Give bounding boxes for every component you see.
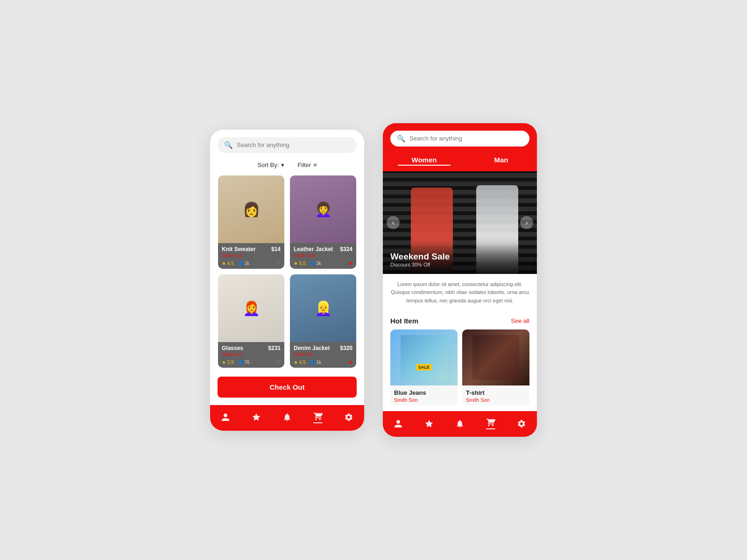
banner-prev-button[interactable]: ‹ bbox=[387, 216, 400, 229]
right-search-wrap[interactable]: 🔍 bbox=[390, 131, 529, 147]
hot-item-image-1: SALE bbox=[390, 329, 458, 385]
tshirt-visual bbox=[472, 335, 520, 380]
product-image-4: 👱‍♀️ bbox=[290, 274, 356, 342]
nav-user-right[interactable] bbox=[394, 419, 403, 428]
nav-gear-right[interactable] bbox=[517, 419, 526, 428]
product-name-price-4: Denim Jacket $320 bbox=[294, 345, 352, 351]
favorite-4[interactable]: ♥ bbox=[349, 359, 352, 366]
nav-bell-right[interactable] bbox=[455, 419, 465, 428]
rating-3: ★ 3.9 bbox=[222, 360, 234, 365]
right-bottom-nav bbox=[383, 411, 537, 437]
nav-cart-right[interactable] bbox=[486, 418, 495, 429]
banner: Weekend Sale Discount 30% Off ‹ › bbox=[383, 171, 537, 274]
favorite-3[interactable]: ♡ bbox=[275, 359, 281, 366]
rating-1: ★ 4.5 bbox=[222, 261, 234, 266]
product-info-3: Glasses $231 Jshim Ltd. ★ 3.9 👤 76 ♡ bbox=[218, 342, 284, 368]
left-phone: 🔍 Sort By: ▾ Filter ≡ 👩 Knit Sweater $14… bbox=[210, 130, 364, 431]
nav-star-left[interactable] bbox=[252, 413, 261, 422]
product-card-3[interactable]: 👩‍🦰 Glasses $231 Jshim Ltd. ★ 3.9 👤 76 ♡ bbox=[218, 274, 284, 368]
users-3: 👤 76 bbox=[238, 360, 250, 365]
nav-gear-left[interactable] bbox=[344, 413, 353, 422]
product-meta-2: ★ 5.0 👤 3k ♥ bbox=[294, 260, 352, 267]
search-icon-right: 🔍 bbox=[397, 134, 406, 143]
users-1: 👤 1k bbox=[238, 261, 249, 266]
product-card-4[interactable]: 👱‍♀️ Denim Jacket $320 Smith 44 ★ 4.5 👤 … bbox=[290, 274, 356, 368]
hot-item-image-2 bbox=[462, 329, 529, 385]
hot-item-1[interactable]: SALE Blue Jeans Smith Son bbox=[390, 329, 458, 406]
product-name-1: Knit Sweater bbox=[222, 246, 256, 252]
filter-label: Filter bbox=[297, 161, 311, 168]
product-name-price-3: Glasses $231 bbox=[222, 345, 281, 351]
left-bottom-nav bbox=[210, 405, 364, 431]
hot-item-info-1: Blue Jeans Smith Son bbox=[390, 385, 458, 406]
product-image-1: 👩 bbox=[218, 175, 284, 243]
right-search-input[interactable] bbox=[409, 135, 523, 142]
product-info-2: Leather Jacket $324 Smith Son ★ 5.0 👤 3k… bbox=[290, 243, 356, 269]
nav-user-left[interactable] bbox=[221, 413, 230, 422]
hot-items-header: Hot Item See all bbox=[390, 317, 529, 325]
right-search-bar: 🔍 bbox=[383, 123, 537, 151]
hot-item-name-2: T-shirt bbox=[466, 389, 526, 396]
nav-bell-left[interactable] bbox=[282, 413, 292, 422]
product-price-4: $320 bbox=[340, 345, 352, 351]
hot-items-grid: SALE Blue Jeans Smith Son T-shirt Smith … bbox=[390, 329, 529, 406]
users-4: 👤 1k bbox=[310, 360, 321, 365]
checkout-wrap: Check Out bbox=[210, 370, 364, 405]
banner-subtitle: Discount 30% Off bbox=[390, 262, 529, 267]
product-name-price-2: Leather Jacket $324 bbox=[294, 246, 352, 252]
product-meta-4: ★ 4.5 👤 1k ♥ bbox=[294, 359, 352, 366]
product-name-3: Glasses bbox=[222, 345, 243, 351]
tabs-bar: Women Man bbox=[383, 151, 537, 171]
nav-cart-left[interactable] bbox=[313, 412, 323, 423]
favorite-2[interactable]: ♥ bbox=[349, 260, 352, 267]
hot-items-title: Hot Item bbox=[390, 317, 418, 325]
hot-item-brand-1: Smith Son bbox=[394, 397, 454, 403]
product-brand-3: Jshim Ltd. bbox=[222, 352, 281, 357]
hot-item-name-1: Blue Jeans bbox=[394, 389, 454, 396]
hot-items-section: Hot Item See all SALE Blue Jeans Smith S… bbox=[383, 311, 537, 411]
banner-next-button[interactable]: › bbox=[520, 216, 533, 229]
favorite-1[interactable]: ♡ bbox=[275, 260, 281, 267]
sort-by-chevron: ▾ bbox=[281, 161, 284, 168]
product-name-2: Leather Jacket bbox=[294, 246, 333, 252]
description-area: Lorem ipsum dolor sit amet, consectetur … bbox=[383, 274, 537, 312]
left-search-wrap[interactable]: 🔍 bbox=[218, 137, 357, 153]
product-image-3: 👩‍🦰 bbox=[218, 274, 284, 342]
filter-icon: ≡ bbox=[313, 161, 317, 168]
hot-item-2[interactable]: T-shirt Smith Son bbox=[462, 329, 529, 406]
sort-by-button[interactable]: Sort By: ▾ bbox=[257, 161, 284, 168]
left-search-input[interactable] bbox=[237, 141, 350, 148]
checkout-button[interactable]: Check Out bbox=[218, 377, 357, 398]
product-card-1[interactable]: 👩 Knit Sweater $14 Jshim Ltd. ★ 4.5 👤 1k… bbox=[218, 175, 284, 269]
rating-4: ★ 4.5 bbox=[294, 360, 306, 365]
product-price-3: $231 bbox=[268, 345, 281, 351]
sale-tag: SALE bbox=[416, 364, 432, 371]
product-grid: 👩 Knit Sweater $14 Jshim Ltd. ★ 4.5 👤 1k… bbox=[210, 173, 364, 370]
nav-star-right[interactable] bbox=[424, 419, 434, 428]
filter-button[interactable]: Filter ≡ bbox=[297, 161, 317, 168]
description-text: Lorem ipsum dolor sit amet, consectetur … bbox=[390, 280, 529, 305]
product-name-4: Denim Jacket bbox=[294, 345, 330, 351]
jeans-visual: SALE bbox=[401, 335, 448, 380]
sort-by-label: Sort By: bbox=[257, 161, 279, 168]
product-brand-1: Jshim Ltd. bbox=[222, 253, 281, 258]
users-2: 👤 3k bbox=[310, 261, 321, 266]
product-name-price-1: Knit Sweater $14 bbox=[222, 246, 281, 252]
see-all-button[interactable]: See all bbox=[511, 317, 529, 324]
product-image-2: 👩‍🦱 bbox=[290, 175, 356, 243]
banner-title: Weekend Sale bbox=[390, 252, 529, 262]
rating-2: ★ 5.0 bbox=[294, 261, 306, 266]
product-info-4: Denim Jacket $320 Smith 44 ★ 4.5 👤 1k ♥ bbox=[290, 342, 356, 368]
product-card-2[interactable]: 👩‍🦱 Leather Jacket $324 Smith Son ★ 5.0 … bbox=[290, 175, 356, 269]
right-phone: 🔍 Women Man Weekend Sale Discount 30% Of… bbox=[383, 123, 537, 437]
product-price-2: $324 bbox=[340, 246, 352, 252]
tab-man[interactable]: Man bbox=[480, 155, 522, 166]
product-brand-4: Smith 44 bbox=[294, 352, 352, 357]
banner-bg: Weekend Sale Discount 30% Off ‹ › bbox=[383, 171, 537, 274]
product-meta-1: ★ 4.5 👤 1k ♡ bbox=[222, 260, 281, 267]
product-info-1: Knit Sweater $14 Jshim Ltd. ★ 4.5 👤 1k ♡ bbox=[218, 243, 284, 269]
product-meta-3: ★ 3.9 👤 76 ♡ bbox=[222, 359, 281, 366]
left-search-bar: 🔍 bbox=[210, 130, 364, 158]
tab-women[interactable]: Women bbox=[398, 155, 451, 166]
product-price-1: $14 bbox=[271, 246, 281, 252]
